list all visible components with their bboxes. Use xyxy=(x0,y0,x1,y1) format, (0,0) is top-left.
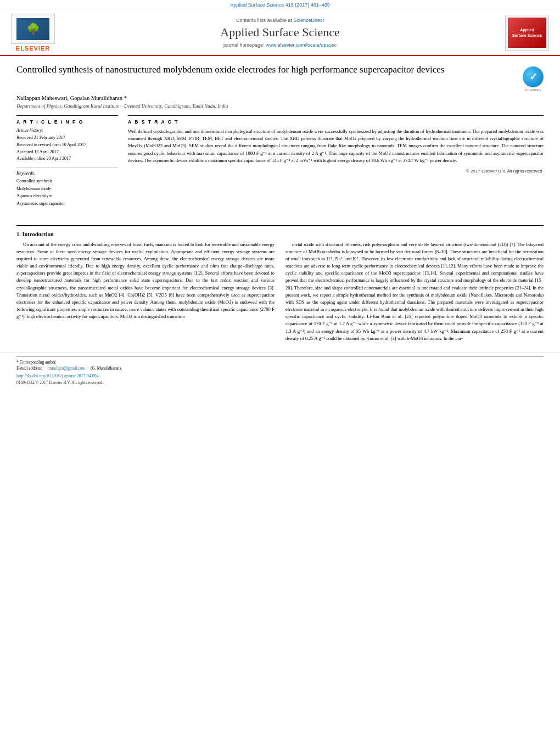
intro-col-1: On account of the energy crisis and dwin… xyxy=(16,241,275,345)
email-line: E-mail address: muraligru@gmail.com (G. … xyxy=(16,365,544,371)
doi-line: http://dx.doi.org/10.1016/j.apsusc.2017.… xyxy=(16,373,544,380)
intro-col-2: metal oxide with structural litheness, r… xyxy=(285,241,544,345)
main-body: 1. Introduction On account of the energy… xyxy=(0,225,560,353)
elsevier-logo-box: 🌳 xyxy=(11,14,55,44)
article-title: Controlled synthesis of nanostructured m… xyxy=(16,64,523,76)
article-dates: Received 21 February 2017 Received in re… xyxy=(16,135,118,163)
abstract-label: A B S T R A C T xyxy=(128,119,544,125)
section-number: 1. xyxy=(16,231,21,237)
journal-ref: Applied Surface Science 416 (2017) 461–4… xyxy=(0,0,560,9)
section-title: Introduction xyxy=(23,231,54,237)
article-info-col: A R T I C L E I N F O Article history: R… xyxy=(16,115,118,208)
two-col-layout: A R T I C L E I N F O Article history: R… xyxy=(16,115,544,208)
elsevier-logo-inner: 🌳 xyxy=(16,18,49,40)
abstract-text: Well defined crystallographic and one di… xyxy=(128,128,544,164)
journal-ref-text: Applied Surface Science 416 (2017) 461–4… xyxy=(230,2,330,8)
email-label: E-mail address: xyxy=(16,365,42,371)
intro-col2-text: metal oxide with structural litheness, r… xyxy=(285,241,544,342)
homepage-label: journal homepage: xyxy=(223,42,265,48)
elsevier-text: ELSEVIER xyxy=(16,45,50,52)
issn-line: 0169-4332/© 2017 Elsevier B.V. All right… xyxy=(16,380,544,386)
corresponding-label: * Corresponding author. xyxy=(16,359,57,365)
journal-logo-text: Applied Surface Science xyxy=(512,27,542,37)
keywords-list: Controlled synthesis Molybdenum oxide Aq… xyxy=(16,177,118,207)
journal-header: 🌳 ELSEVIER Contents lists available at S… xyxy=(0,9,560,56)
page-wrapper: Applied Surface Science 416 (2017) 461–4… xyxy=(0,0,560,742)
abstract-col: A B S T R A C T Well defined crystallogr… xyxy=(128,115,544,208)
footnote-area: * Corresponding author. E-mail address: … xyxy=(0,353,560,388)
section-heading-intro: 1. Introduction xyxy=(16,231,544,237)
corresponding-author-line: * Corresponding author. xyxy=(16,359,544,365)
revised-date: Received in revised form 10 April 2017 xyxy=(16,142,118,149)
journal-logo-right: Applied Surface Science xyxy=(505,15,549,51)
contents-line: Contents lists available at ScienceDirec… xyxy=(66,18,494,23)
accepted-date: Accepted 12 April 2017 xyxy=(16,149,118,156)
intro-col1-text: On account of the energy crisis and dwin… xyxy=(16,241,275,321)
abstract-box: A B S T R A C T Well defined crystallogr… xyxy=(128,115,544,174)
affiliation-line: Department of Physics, Gandhigram Rural … xyxy=(16,103,544,109)
email-attribution: (G. Muralidharan). xyxy=(91,365,122,371)
intro-body: On account of the energy crisis and dwin… xyxy=(16,241,544,345)
received-date: Received 21 February 2017 xyxy=(16,135,118,142)
keyword-3: Aqueous electrolyte xyxy=(16,192,118,200)
email-link[interactable]: muraligru@gmail.com xyxy=(48,365,85,371)
elsevier-tree-icon: 🌳 xyxy=(26,23,40,36)
keyword-4: Asymmetric supercapacitor xyxy=(16,200,118,208)
article-info-label: A R T I C L E I N F O xyxy=(16,119,118,125)
footnote-content: * Corresponding author. E-mail address: … xyxy=(16,356,544,386)
keyword-1: Controlled synthesis xyxy=(16,177,118,185)
homepage-url[interactable]: www.elsevier.com/locate/apsusc xyxy=(266,42,337,48)
journal-logo-line1: Applied xyxy=(520,28,534,32)
article-content: Controlled synthesis of nanostructured m… xyxy=(0,56,560,221)
contents-text: Contents lists available at xyxy=(236,18,292,23)
sciencedirect-link[interactable]: ScienceDirect xyxy=(294,18,324,23)
crossmark-icon: ✓ xyxy=(523,66,544,87)
keywords-section: Keywords: Controlled synthesis Molybdenu… xyxy=(16,167,118,207)
authors-line: Nallappan Maheswari, Gopalan Muralidhara… xyxy=(16,95,544,101)
doi-link[interactable]: http://dx.doi.org/10.1016/j.apsusc.2017.… xyxy=(16,373,99,378)
crossmark-label: CrossMark xyxy=(523,88,544,92)
article-title-section: Controlled synthesis of nanostructured m… xyxy=(16,64,544,91)
available-date: Available online 20 April 2017 xyxy=(16,155,118,163)
section-divider xyxy=(16,225,544,226)
article-history-label: Article history: xyxy=(16,128,118,133)
header-center: Contents lists available at ScienceDirec… xyxy=(55,18,505,47)
keyword-2: Molybdenum oxide xyxy=(16,185,118,193)
journal-logo-line2: Surface Science xyxy=(512,34,542,37)
journal-homepage: journal homepage: www.elsevier.com/locat… xyxy=(66,42,494,48)
journal-title-header: Applied Surface Science xyxy=(66,25,494,40)
elsevier-logo: 🌳 ELSEVIER xyxy=(11,14,55,52)
crossmark-logo: ✓ CrossMark xyxy=(523,66,544,87)
copyright-line: © 2017 Elsevier B.V. All rights reserved… xyxy=(128,169,544,174)
article-info-box: A R T I C L E I N F O Article history: R… xyxy=(16,115,118,208)
keywords-label: Keywords: xyxy=(16,171,118,176)
journal-logo-inner: Applied Surface Science xyxy=(508,18,546,48)
